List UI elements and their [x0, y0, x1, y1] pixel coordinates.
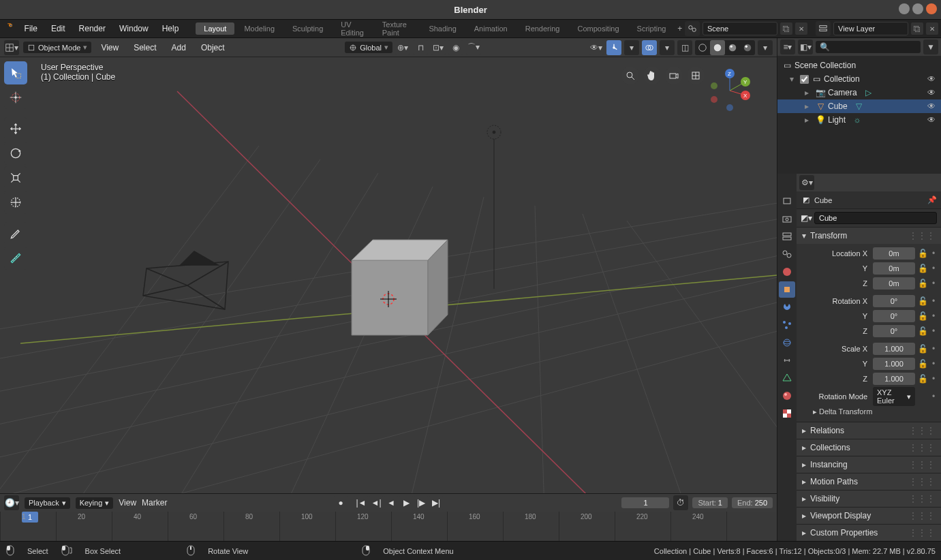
scale-x-field[interactable]: 1.000: [873, 343, 915, 355]
start-frame-field[interactable]: Start: 1: [692, 497, 727, 508]
tool-move[interactable]: [4, 117, 27, 140]
prop-tab-world[interactable]: [779, 264, 795, 280]
menu-render[interactable]: Render: [72, 19, 112, 38]
rotation-x-field[interactable]: 0°: [873, 295, 915, 307]
playback-menu[interactable]: Playback ▾: [25, 497, 70, 509]
gizmo-toggle-icon[interactable]: [606, 40, 621, 55]
keyframe-prev-button[interactable]: ◄|: [369, 496, 383, 510]
tab-animation[interactable]: Animation: [466, 22, 516, 35]
current-frame-field[interactable]: 1: [621, 497, 669, 508]
panel-visibility-header[interactable]: ▸Visibility⋮⋮⋮: [797, 491, 941, 507]
shading-lookdev-icon[interactable]: [725, 40, 740, 55]
end-frame-field[interactable]: End: 250: [732, 497, 773, 508]
panel-viewport-display-header[interactable]: ▸Viewport Display⋮⋮⋮: [797, 508, 941, 524]
eye-icon[interactable]: 👁: [927, 74, 936, 84]
pin-icon[interactable]: 📌: [927, 196, 937, 204]
eye-icon[interactable]: 👁: [927, 115, 936, 125]
keyframe-dot-icon[interactable]: •: [930, 279, 937, 288]
outliner-item-cube[interactable]: ▸ ▽ Cube ▽ 👁: [777, 99, 941, 113]
outliner-scene-collection[interactable]: ▭ Scene Collection: [777, 59, 941, 72]
tool-annotate[interactable]: [4, 222, 27, 245]
add-menu[interactable]: Add: [166, 43, 191, 52]
viewlayer-browse-icon[interactable]: [816, 21, 831, 36]
nav-zoom-icon[interactable]: [621, 67, 639, 84]
scene-name-field[interactable]: Scene: [703, 22, 777, 35]
tab-uv-editing[interactable]: UV Editing: [333, 18, 373, 39]
keyframe-next-button[interactable]: |▶: [414, 496, 428, 510]
close-icon[interactable]: [926, 3, 937, 14]
prop-tab-material[interactable]: [779, 388, 795, 404]
editor-type-icon[interactable]: ▾: [4, 40, 19, 55]
keyframe-dot-icon[interactable]: •: [930, 249, 937, 258]
overlays-toggle-icon[interactable]: [642, 40, 657, 55]
lock-icon[interactable]: 🔓: [918, 344, 927, 354]
axis-gizmo[interactable]: X Y Z: [706, 67, 754, 114]
prop-tab-particles[interactable]: [779, 317, 795, 333]
prop-tab-mesh[interactable]: [779, 370, 795, 386]
jump-start-button[interactable]: |◄: [354, 496, 368, 510]
shading-wireframe-icon[interactable]: [695, 40, 710, 55]
outliner-filter-icon[interactable]: ▼: [923, 40, 938, 55]
rotation-y-field[interactable]: 0°: [873, 310, 915, 322]
outliner-item-camera[interactable]: ▸ 📷 Camera ▷ 👁: [777, 86, 941, 99]
menu-edit[interactable]: Edit: [44, 19, 72, 38]
prop-tab-object[interactable]: [779, 281, 795, 298]
prop-tab-modifiers[interactable]: [779, 299, 795, 315]
proportional-falloff-icon[interactable]: ⌒▾: [466, 40, 481, 55]
play-reverse-button[interactable]: ◄: [384, 496, 398, 510]
prop-tab-output[interactable]: [779, 211, 795, 227]
gizmo-options-icon[interactable]: ▾: [624, 40, 639, 55]
menu-window[interactable]: Window: [112, 19, 155, 38]
3d-viewport[interactable]: User Perspective (1) Collection | Cube X…: [0, 57, 777, 493]
menu-help[interactable]: Help: [155, 19, 186, 38]
prop-tab-render[interactable]: [779, 193, 795, 209]
visibility-icon[interactable]: 👁▾: [589, 40, 604, 55]
viewlayer-delete-icon[interactable]: ✕: [926, 22, 938, 35]
lock-icon[interactable]: 🔓: [918, 296, 927, 306]
nav-camera-icon[interactable]: [665, 67, 683, 84]
tab-sculpting[interactable]: Sculpting: [284, 22, 331, 35]
keyframe-dot-icon[interactable]: •: [930, 264, 937, 273]
scale-y-field[interactable]: 1.000: [873, 358, 915, 370]
viewlayer-new-icon[interactable]: ⿻: [911, 22, 923, 35]
prop-tab-texture[interactable]: [779, 405, 795, 422]
panel-transform-header[interactable]: ▾ Transform ⋮⋮⋮: [797, 228, 941, 244]
keyframe-dot-icon[interactable]: •: [930, 392, 937, 401]
delta-transform-header[interactable]: ▸ Delta Transform: [801, 405, 937, 419]
menu-file[interactable]: File: [18, 19, 44, 38]
prop-tab-constraints[interactable]: [779, 352, 795, 369]
panel-instancing-header[interactable]: ▸Instancing⋮⋮⋮: [797, 456, 941, 473]
tab-texture-paint[interactable]: Texture Paint: [374, 18, 420, 39]
object-menu[interactable]: Object: [196, 43, 230, 52]
lock-icon[interactable]: 🔓: [918, 374, 927, 384]
lock-icon[interactable]: 🔓: [918, 326, 927, 336]
location-y-field[interactable]: 0m: [873, 262, 915, 275]
timeline-editor-type-icon[interactable]: 🕘▾: [4, 495, 19, 510]
scene-delete-icon[interactable]: ✕: [795, 22, 807, 35]
snap-toggle-icon[interactable]: ⊓: [413, 40, 428, 55]
keyframe-dot-icon[interactable]: •: [930, 344, 937, 354]
nav-perspective-icon[interactable]: [687, 67, 705, 84]
eye-icon[interactable]: 👁: [927, 88, 936, 97]
object-name-input[interactable]: [814, 212, 937, 224]
mode-select[interactable]: Object Mode ▾: [23, 42, 91, 53]
location-z-field[interactable]: 0m: [873, 277, 915, 290]
tab-modeling[interactable]: Modeling: [236, 22, 283, 35]
prop-tab-physics[interactable]: [779, 335, 795, 351]
outliner-display-mode-icon[interactable]: ◧▾: [798, 40, 813, 55]
snap-options-icon[interactable]: ⊡▾: [431, 40, 446, 55]
tab-shading[interactable]: Shading: [420, 22, 464, 35]
overlays-options-icon[interactable]: ▾: [660, 40, 675, 55]
orientation-select[interactable]: Global ▾: [345, 42, 392, 53]
tab-rendering[interactable]: Rendering: [517, 22, 568, 35]
scale-z-field[interactable]: 1.000: [873, 373, 915, 385]
scene-browse-icon[interactable]: [685, 21, 700, 36]
autokey-button[interactable]: ●: [334, 496, 348, 510]
blender-logo-icon[interactable]: [7, 21, 14, 36]
drag-icon[interactable]: ⋮⋮⋮: [909, 231, 936, 240]
timeline-ruler[interactable]: 1 120406080100120140160180200220240: [0, 512, 777, 541]
tool-rotate[interactable]: [4, 142, 27, 165]
select-menu[interactable]: Select: [128, 43, 161, 52]
tool-scale[interactable]: [4, 166, 27, 189]
lock-icon[interactable]: 🔓: [918, 249, 927, 258]
